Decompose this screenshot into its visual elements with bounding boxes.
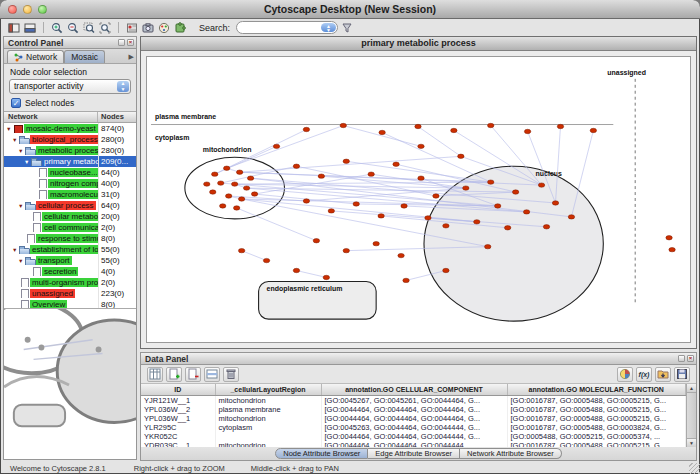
graph-node[interactable] — [590, 128, 596, 132]
graph-node[interactable] — [226, 194, 232, 198]
graph-node[interactable] — [543, 225, 549, 229]
node-color-select[interactable]: transporter activity ▲▼ — [9, 79, 131, 94]
float-panel-icon[interactable] — [678, 355, 685, 362]
table-cell[interactable]: [GO:0016787, GO:0005488, GO:0005215, G..… — [507, 395, 686, 405]
network-canvas[interactable]: plasma membranecytoplasmmitochondrionnuc… — [146, 56, 691, 343]
graph-node[interactable] — [204, 182, 210, 186]
graph-node[interactable] — [340, 123, 346, 127]
float-panel-icon[interactable] — [118, 39, 125, 46]
table-cell[interactable]: plasma membrane — [215, 405, 321, 414]
graph-node[interactable] — [303, 127, 309, 131]
graph-node[interactable] — [318, 174, 324, 178]
table-row[interactable]: YJR121W__1mitochondrion[GO:0045267, GO:0… — [141, 395, 686, 405]
graph-node[interactable] — [666, 236, 672, 240]
tree-row[interactable]: nitrogen compo...40(0) — [4, 178, 136, 189]
table-cell[interactable]: [GO:0044464, GO:0044464, GO:0044444, G..… — [321, 432, 507, 441]
graph-node[interactable] — [343, 248, 349, 252]
graph-node[interactable] — [443, 268, 449, 272]
zoom-selected-icon[interactable] — [82, 21, 96, 34]
graph-node[interactable] — [523, 210, 529, 214]
tree-row[interactable]: ▼biological_process280(0) — [4, 134, 136, 145]
close-panel-icon[interactable]: × — [687, 355, 694, 362]
graph-node[interactable] — [415, 124, 421, 128]
scroll-down-icon[interactable]: ▼ — [687, 438, 696, 447]
search-input[interactable]: ▲▼ — [236, 21, 338, 34]
import-attributes-icon[interactable] — [655, 367, 671, 382]
tree-row[interactable]: ▼mosaic-demo-yeast874(0) — [4, 123, 136, 134]
graph-node[interactable] — [293, 268, 299, 272]
table-cell[interactable]: mitochondrion — [215, 414, 321, 423]
close-panel-icon[interactable]: × — [127, 39, 134, 46]
tree-row[interactable]: ▼transport55(0) — [4, 255, 136, 266]
table-row[interactable]: YPL036W__2plasma membrane[GO:0044464, GO… — [141, 405, 686, 414]
tree-row[interactable]: cellular metabo...20(0) — [4, 211, 136, 222]
table-cell[interactable]: mitochondrion — [215, 395, 321, 405]
tree-row[interactable]: ▼establishment of lo...55(0) — [4, 244, 136, 255]
graph-node[interactable] — [353, 202, 359, 206]
screenshot-icon[interactable] — [141, 21, 155, 34]
graph-node[interactable] — [401, 204, 407, 208]
expand-triangle-icon[interactable]: ▼ — [18, 258, 25, 264]
graph-node[interactable] — [210, 190, 216, 194]
graph-node[interactable] — [233, 206, 239, 210]
plugins-icon[interactable] — [173, 21, 187, 34]
graph-node[interactable] — [243, 186, 249, 190]
export-attributes-icon[interactable] — [674, 367, 690, 382]
expand-triangle-icon[interactable]: ▼ — [12, 137, 19, 143]
graph-node[interactable] — [495, 204, 501, 208]
graph-node[interactable] — [433, 194, 439, 198]
graph-node[interactable] — [512, 190, 518, 194]
graph-node[interactable] — [328, 209, 334, 213]
tree-row[interactable]: cell communica...2(0) — [4, 222, 136, 233]
graph-node[interactable] — [451, 128, 457, 132]
graph-edge[interactable] — [296, 271, 326, 278]
graph-node[interactable] — [474, 220, 480, 224]
graph-node[interactable] — [398, 253, 404, 257]
graph-node[interactable] — [463, 186, 469, 190]
graph-node[interactable] — [378, 214, 384, 218]
table-cell[interactable]: [GO:0016787, GO:0005488, GO:0005215, G..… — [507, 405, 686, 414]
zoom-fit-icon[interactable] — [98, 21, 112, 34]
graph-node[interactable] — [403, 278, 409, 282]
table-cell[interactable]: [GO:0016787, GO:0005488, GO:0003824, G..… — [507, 423, 686, 432]
select-nodes-checkbox[interactable]: ✓ — [11, 98, 21, 108]
graph-node[interactable] — [425, 216, 431, 220]
zoom-in-icon[interactable] — [50, 21, 64, 34]
table-cell[interactable]: cytoplasm — [215, 423, 321, 432]
network-graph[interactable]: plasma membranecytoplasmmitochondrionnuc… — [147, 57, 690, 342]
zoom-out-icon[interactable] — [66, 21, 80, 34]
table-cell[interactable]: [GO:0045267, GO:0045261, GO:0044464, G..… — [321, 395, 507, 405]
graph-node[interactable] — [343, 159, 349, 163]
table-cell[interactable]: YJR121W__1 — [141, 395, 215, 405]
table-row[interactable]: YLR295Ccytoplasm[GO:0045263, GO:0044464,… — [141, 423, 686, 432]
tree-row[interactable]: ▼cellular process64(0) — [4, 200, 136, 211]
tab-scroll-right-icon[interactable]: ▶ — [129, 53, 134, 61]
graph-node[interactable] — [212, 172, 218, 176]
hide-data-panel-icon[interactable] — [23, 21, 37, 34]
graph-node[interactable] — [293, 164, 299, 168]
tab-edge-attribute-browser[interactable]: Edge Attribute Browser — [368, 448, 460, 459]
graph-node[interactable] — [323, 275, 329, 279]
close-window-button[interactable] — [8, 5, 17, 14]
graph-node[interactable] — [238, 248, 244, 252]
graph-node[interactable] — [251, 192, 257, 196]
graph-node[interactable] — [263, 258, 269, 262]
tree-row[interactable]: secretion4(0) — [4, 266, 136, 277]
scroll-up-icon[interactable]: ▲ — [687, 384, 696, 393]
graph-node[interactable] — [247, 176, 253, 180]
expand-triangle-icon[interactable]: ▼ — [12, 247, 19, 253]
table-cell[interactable]: [GO:0016787, GO:0005488, GO:0005215, G..… — [507, 414, 686, 423]
graph-node[interactable] — [538, 183, 544, 187]
table-row[interactable]: YPL036W__1mitochondrion[GO:0044464, GO:0… — [141, 414, 686, 423]
table-cell[interactable]: YPL036W__1 — [141, 414, 215, 423]
tree-row[interactable]: ▼primary metabo...209(0... — [4, 156, 136, 167]
graph-node[interactable] — [379, 130, 385, 134]
graph-node[interactable] — [504, 226, 510, 230]
tree-row[interactable]: macromolecule...31(0) — [4, 189, 136, 200]
graph-node[interactable] — [224, 166, 230, 170]
vizmapper-icon[interactable] — [157, 21, 171, 34]
tree-column-nodes[interactable]: Nodes — [98, 112, 124, 122]
graph-edge[interactable] — [240, 156, 461, 172]
search-options-icon[interactable] — [340, 21, 354, 34]
graph-node[interactable] — [236, 170, 242, 174]
